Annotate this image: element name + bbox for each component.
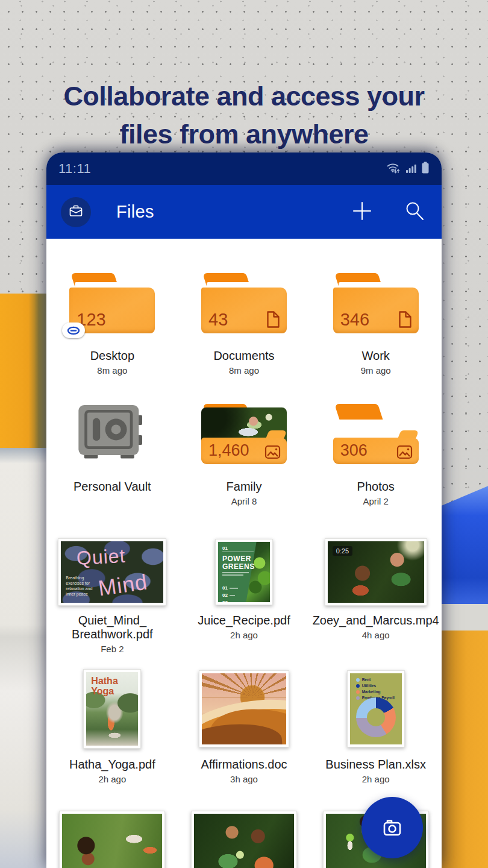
file-item-photo[interactable]: [178, 811, 310, 868]
battery-icon: [421, 161, 430, 177]
file-item-affirmations[interactable]: Affirmations.doc 3h ago: [178, 668, 310, 784]
thumbnail-art: Hatha Yoga: [86, 672, 138, 746]
donut-chart: [356, 697, 396, 737]
file-item-photo[interactable]: [46, 811, 178, 868]
camera-fab[interactable]: [361, 797, 423, 858]
cover-title: POWER GREENS: [222, 555, 270, 571]
thumbnail-art: Quiet Mind Breathing exercises for relax…: [61, 541, 163, 603]
search-icon: [404, 201, 425, 223]
cover-title: Hatha Yoga: [91, 676, 117, 696]
pdf-thumbnail: Quiet Mind Breathing exercises for relax…: [58, 538, 166, 606]
cover-list-item: 02: [222, 593, 235, 598]
legend-dot: [356, 696, 360, 700]
video-duration-badge: 0:25: [333, 546, 352, 556]
app-bar-actions: [349, 198, 427, 226]
file-row-2: Personal Vault 1,460 Family April 8: [46, 404, 442, 506]
item-name: Documents: [213, 349, 274, 363]
briefcase-icon: [67, 203, 84, 222]
photo-folder-icon: 1,460: [201, 404, 287, 464]
item-time: 2h ago: [98, 774, 126, 784]
page-title: Collaborate and access yourfiles from an…: [0, 77, 488, 153]
item-time: April 2: [363, 496, 389, 506]
item-time: 3h ago: [230, 774, 258, 784]
file-item-juice-recipe[interactable]: 01 POWER GREENS 01 02 03 Juice_Recipe.pd…: [178, 538, 310, 654]
account-button[interactable]: [61, 197, 91, 227]
item-name: Hatha_Yoga.pdf: [69, 758, 155, 772]
item-name: Business Plan.xlsx: [325, 758, 426, 772]
file-row-4: Hatha Yoga Hatha_Yoga.pdf 2h ago: [46, 668, 442, 784]
cover-corner-label: 01: [222, 546, 228, 551]
cover-rule: [222, 552, 254, 552]
item-name: Personal Vault: [74, 480, 151, 494]
thumb-wrap: [199, 668, 289, 750]
item-time: 2h ago: [362, 774, 390, 784]
legend-label: Rent: [362, 678, 371, 682]
file-item-documents[interactable]: 43 Documents 8m ago: [178, 273, 310, 376]
file-item-desktop[interactable]: 123 Desktop 8m ago: [46, 273, 178, 376]
item-name: Zoey_and_Marcus.mp4: [313, 614, 439, 627]
app-title: Files: [116, 202, 154, 222]
cover-caption-lines: [222, 572, 249, 577]
thumb-wrap: Hatha Yoga: [83, 668, 141, 750]
link-icon: [62, 322, 85, 338]
pdf-thumbnail: Hatha Yoga: [83, 669, 141, 749]
pdf-thumbnail: 01 POWER GREENS 01 02 03: [215, 539, 273, 605]
add-button[interactable]: [349, 198, 375, 226]
item-time: Feb 2: [101, 644, 124, 654]
item-time: 4h ago: [362, 630, 390, 640]
legend-dot: [356, 684, 360, 688]
cover-list-item: 03: [222, 600, 237, 602]
thumbnail-art: [194, 814, 294, 868]
xlsx-thumbnail: Rent Utilities Marketing Employee Payrol…: [347, 670, 405, 747]
file-item-business-plan[interactable]: Rent Utilities Marketing Employee Payrol…: [310, 668, 442, 784]
thumb-wrap: 0:25: [325, 538, 427, 606]
item-count: 43: [208, 310, 228, 330]
item-count: 306: [340, 441, 368, 460]
camera-icon: [378, 813, 406, 843]
thumbnail-art: [202, 673, 286, 744]
file-row-1: 123 Desktop 8m ago 43 Documents 8m ago: [46, 273, 442, 376]
file-item-photos[interactable]: 306 Photos April 2: [310, 404, 442, 506]
status-bar: 11:11: [46, 153, 442, 185]
file-item-family[interactable]: 1,460 Family April 8: [178, 404, 310, 506]
legend-row: Rent: [356, 678, 395, 682]
photo-thumbnail: [191, 811, 297, 868]
cover-title-word: Quiet: [76, 545, 126, 570]
file-item-personal-vault[interactable]: Personal Vault: [46, 404, 178, 506]
status-time: 11:11: [58, 161, 91, 177]
legend-label: Utilities: [362, 684, 376, 688]
file-item-work[interactable]: 346 Work 9m ago: [310, 273, 442, 376]
thumbnail-art: 0:25: [328, 541, 424, 603]
page-title-line1: Collaborate and access your: [63, 81, 424, 112]
page-title-line2: files from anywhere: [119, 119, 368, 149]
legend-label: Marketing: [362, 690, 381, 694]
signal-icon: [405, 162, 417, 177]
backdrop-gray-strip: [441, 604, 488, 631]
document-icon: [266, 310, 281, 329]
cover-list-item: 01: [222, 585, 238, 591]
item-name: Affirmations.doc: [201, 758, 287, 772]
file-list: 123 Desktop 8m ago 43 Documents 8m ago: [46, 239, 442, 868]
status-icons: [386, 161, 430, 177]
file-item-hatha-yoga[interactable]: Hatha Yoga Hatha_Yoga.pdf 2h ago: [46, 668, 178, 784]
item-name: Desktop: [90, 349, 134, 363]
doc-thumbnail: [199, 670, 289, 747]
video-thumbnail: 0:25: [325, 538, 427, 606]
item-time: 8m ago: [97, 365, 127, 376]
wifi-icon: [386, 161, 401, 177]
file-item-quiet-mind[interactable]: Quiet Mind Breathing exercises for relax…: [46, 538, 178, 654]
file-item-zoey-and-marcus[interactable]: 0:25 Zoey_and_Marcus.mp4 4h ago: [310, 538, 442, 654]
thumb-wrap: Quiet Mind Breathing exercises for relax…: [58, 538, 166, 606]
folder-icon: 346: [333, 273, 419, 333]
safe-icon: [73, 404, 151, 464]
item-time: 2h ago: [230, 630, 258, 640]
thumbnail-art: [62, 814, 162, 868]
item-name: Photos: [357, 480, 395, 494]
item-name: Juice_Recipe.pdf: [198, 614, 290, 627]
image-icon: [264, 445, 281, 459]
backdrop-white-block: [0, 448, 46, 868]
document-icon: [398, 310, 413, 329]
image-icon: [396, 445, 413, 459]
search-button[interactable]: [402, 198, 427, 225]
thumb-wrap: Rent Utilities Marketing Employee Payrol…: [347, 668, 405, 750]
